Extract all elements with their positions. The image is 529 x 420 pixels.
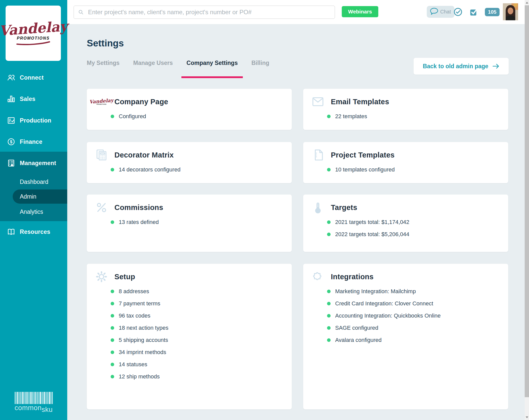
status-item: 8 addresses [111, 285, 292, 298]
sidebar-item-production[interactable]: Production [0, 116, 67, 125]
app-window: Vandelay PROMOTIONS Connect [0, 0, 529, 420]
status-text: 34 imprint methods [119, 349, 166, 356]
company-logo: Vandelay PROMOTIONS [6, 6, 61, 61]
sidebar-subitem-label: Admin [13, 193, 36, 200]
status-dot-icon [327, 168, 331, 171]
status-item: Accounting Integration: Quickbooks Onlin… [327, 310, 508, 322]
tab-manage-users[interactable]: Manage Users [133, 59, 173, 67]
status-text: 96 tax codes [119, 312, 150, 319]
status-text: Credit Card Integration: Clover Connect [335, 300, 433, 307]
open-book-icon [7, 228, 15, 236]
sidebar-subitem-label: Analytics [20, 208, 43, 215]
status-item: Marketing Integration: Mailchimp [327, 285, 508, 298]
status-dot-icon [327, 314, 331, 318]
status-dot-icon [327, 233, 331, 236]
card-title: Setup [114, 273, 135, 281]
user-avatar[interactable] [503, 3, 518, 20]
barcode-graphic [15, 392, 53, 404]
card-title: Project Templates [331, 151, 395, 159]
sidebar-item-sales[interactable]: Sales [0, 95, 67, 103]
sidebar-item-resources[interactable]: Resources [0, 228, 67, 236]
status-text: 2022 targets total: $5,206,044 [335, 231, 409, 238]
status-item: 12 ship methods [111, 371, 292, 383]
logo-swash-decoration [15, 41, 51, 45]
card-decorator-matrix[interactable]: Decorator Matrix 14 decorators configure… [87, 142, 292, 183]
sidebar-subitem-admin-active[interactable]: Admin [13, 189, 67, 204]
content-area: Settings My Settings Manage Users Compan… [67, 24, 529, 420]
chat-bubble-icon [429, 7, 439, 17]
card-email-templates[interactable]: Email Templates 22 templates [303, 89, 508, 130]
tasks-button[interactable] [469, 7, 479, 17]
sidebar-item-label: Connect [20, 74, 44, 81]
back-button-label: Back to old admin page [423, 63, 488, 70]
card-title: Commissions [114, 203, 163, 212]
scrollbar-thumb[interactable] [525, 5, 529, 397]
envelope-icon [312, 95, 324, 108]
status-dot-icon [327, 302, 331, 305]
status-text: 13 rates defined [119, 219, 159, 225]
sidebar-item-label: Management [20, 160, 56, 167]
status-dot-icon [111, 290, 114, 293]
status-item: Configured [111, 110, 292, 123]
sidebar-item-connect[interactable]: Connect [0, 73, 67, 82]
status-item: 34 imprint methods [111, 346, 292, 358]
status-dot-icon [111, 314, 114, 318]
status-dot-icon [111, 338, 114, 342]
back-to-old-admin-button[interactable]: Back to old admin page [414, 58, 509, 75]
status-item: 10 templates configured [327, 164, 508, 176]
status-item: 14 statuses [111, 358, 292, 371]
status-text: 14 decorators configured [119, 166, 180, 173]
tab-billing[interactable]: Billing [251, 59, 269, 67]
building-icon [7, 159, 15, 167]
status-dot-icon [327, 220, 331, 224]
card-targets[interactable]: Targets 2021 targets total: $1,174,042 2… [303, 195, 508, 252]
scrollbar-down-arrow[interactable] [525, 415, 529, 419]
status-dot-icon [327, 326, 331, 330]
chat-button[interactable]: Chat [427, 6, 454, 18]
status-text: 12 ship methods [119, 373, 160, 380]
status-dot-icon [111, 363, 114, 366]
status-text: Marketing Integration: Mailchimp [335, 288, 416, 295]
settings-tabs: My Settings Manage Users Company Setting… [87, 59, 269, 67]
vandelay-mini-logo-icon: Vandelay PROMOTIONS [95, 95, 108, 108]
check-circle-button[interactable] [453, 7, 463, 17]
card-title: Decorator Matrix [114, 151, 174, 159]
status-dot-icon [111, 375, 114, 378]
search-input[interactable] [74, 6, 335, 19]
card-setup[interactable]: Setup 8 addresses 7 payment terms 96 tax… [87, 264, 292, 409]
card-title: Company Page [114, 98, 168, 106]
sidebar-subitem-dashboard[interactable]: Dashboard [0, 178, 67, 186]
status-text: 7 payment terms [119, 300, 160, 307]
sidebar-item-label: Resources [20, 229, 50, 235]
gear-icon [95, 270, 108, 283]
tab-my-settings[interactable]: My Settings [87, 59, 120, 67]
notification-count-badge[interactable]: 105 [485, 8, 500, 16]
card-title: Integrations [331, 273, 373, 281]
sidebar-item-management[interactable]: Management [0, 159, 67, 167]
dollar-circle-icon: $ [7, 137, 15, 146]
status-dot-icon [111, 302, 114, 305]
webinars-button[interactable]: Webinars [342, 6, 378, 17]
status-text: 10 templates configured [335, 166, 395, 173]
scrollbar-up-arrow[interactable] [525, 1, 529, 5]
status-text: 2021 targets total: $1,174,042 [335, 219, 409, 225]
vertical-scrollbar[interactable] [525, 0, 529, 420]
card-company-page[interactable]: Vandelay PROMOTIONS Company Page Configu… [87, 89, 292, 130]
sidebar-subitem-analytics[interactable]: Analytics [0, 207, 67, 216]
tab-company-settings[interactable]: Company Settings [186, 59, 238, 67]
card-project-templates[interactable]: Project Templates 10 templates configure… [303, 142, 508, 183]
status-dot-icon [327, 290, 331, 293]
check-circle-icon [453, 7, 463, 17]
card-integrations[interactable]: Integrations Marketing Integration: Mail… [303, 264, 508, 409]
status-item: Avalara configured [327, 334, 508, 346]
thermometer-icon [312, 201, 324, 214]
card-commissions[interactable]: Commissions 13 rates defined [87, 195, 292, 252]
commonsku-logo: commonsku [0, 392, 67, 411]
global-search [74, 6, 335, 19]
main-area: Webinars Chat [67, 0, 529, 420]
status-text: SAGE configured [335, 325, 378, 331]
commonsku-wordmark: commonsku [14, 405, 53, 411]
status-item: Credit Card Integration: Clover Connect [327, 298, 508, 310]
status-item: 13 rates defined [111, 216, 292, 228]
sidebar-item-finance[interactable]: $ Finance [0, 137, 67, 146]
